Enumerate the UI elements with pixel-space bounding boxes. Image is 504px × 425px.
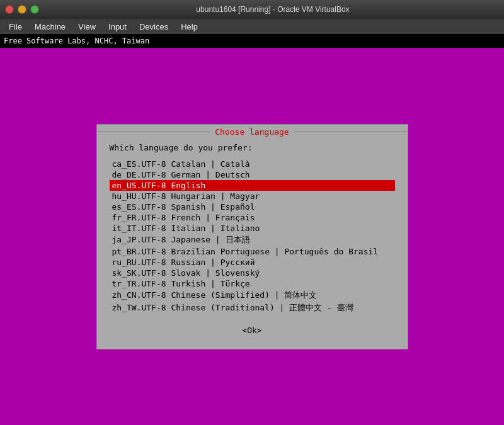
lang-item[interactable]: ru_RU.UTF-8 Russian | Русский bbox=[110, 257, 395, 268]
freesoft-label: Free Software Labs, NCHC, Taiwan bbox=[0, 34, 504, 48]
dialog-prompt: Which language do you prefer: bbox=[110, 143, 395, 152]
menubar: File Machine View Input Devices Help bbox=[0, 19, 504, 34]
menu-input[interactable]: Input bbox=[102, 21, 133, 33]
vm-area: Free Software Labs, NCHC, Taiwan Choose … bbox=[0, 34, 504, 425]
ok-button[interactable]: <Ok> bbox=[236, 324, 268, 336]
title-left-line bbox=[97, 132, 210, 132]
close-button[interactable] bbox=[5, 5, 14, 14]
lang-item[interactable]: zh_TW.UTF-8 Chinese (Traditional) | 正體中文… bbox=[110, 302, 395, 314]
lang-item[interactable]: ja_JP.UTF-8 Japanese | 日本語 bbox=[110, 234, 395, 246]
lang-item[interactable]: it_IT.UTF-8 Italian | Italiano bbox=[110, 223, 395, 234]
lang-item[interactable]: en_US.UTF-8 English bbox=[110, 180, 395, 191]
lang-item[interactable]: pt_BR.UTF-8 Brazilian Portuguese | Portu… bbox=[110, 246, 395, 257]
menu-file[interactable]: File bbox=[3, 21, 28, 33]
language-list: ca_ES.UTF-8 Catalan | Catalàde_DE.UTF-8 … bbox=[110, 159, 395, 314]
menu-view[interactable]: View bbox=[72, 21, 102, 33]
lang-item[interactable]: zh_CN.UTF-8 Chinese (Simplified) | 简体中文 bbox=[110, 289, 395, 302]
window-title: ubuntu1604 [Running] - Oracle VM Virtual… bbox=[47, 5, 499, 14]
dialog-titlebar: Choose language bbox=[97, 125, 408, 137]
lang-item[interactable]: es_ES.UTF-8 Spanish | Español bbox=[110, 201, 395, 212]
vm-content: Choose language Which language do you pr… bbox=[0, 48, 504, 425]
lang-item[interactable]: hu_HU.UTF-8 Hungarian | Magyar bbox=[110, 191, 395, 201]
language-dialog: Choose language Which language do you pr… bbox=[96, 124, 408, 349]
ok-button-area: <Ok> bbox=[110, 324, 395, 336]
titlebar: ubuntu1604 [Running] - Oracle VM Virtual… bbox=[0, 0, 504, 19]
maximize-button[interactable] bbox=[30, 5, 39, 14]
lang-item[interactable]: tr_TR.UTF-8 Turkish | Türkçe bbox=[110, 278, 395, 289]
dialog-body: Which language do you prefer: ca_ES.UTF-… bbox=[97, 137, 408, 349]
lang-item[interactable]: ca_ES.UTF-8 Catalan | Català bbox=[110, 159, 395, 169]
menu-devices[interactable]: Devices bbox=[133, 21, 175, 33]
menu-machine[interactable]: Machine bbox=[28, 21, 72, 33]
dialog-title: Choose language bbox=[210, 127, 294, 137]
minimize-button[interactable] bbox=[18, 5, 26, 14]
lang-item[interactable]: sk_SK.UTF-8 Slovak | Slovenský bbox=[110, 268, 395, 278]
lang-item[interactable]: fr_FR.UTF-8 French | Français bbox=[110, 212, 395, 223]
menu-help[interactable]: Help bbox=[175, 21, 204, 33]
lang-item[interactable]: de_DE.UTF-8 German | Deutsch bbox=[110, 169, 395, 180]
title-right-line bbox=[294, 132, 408, 132]
